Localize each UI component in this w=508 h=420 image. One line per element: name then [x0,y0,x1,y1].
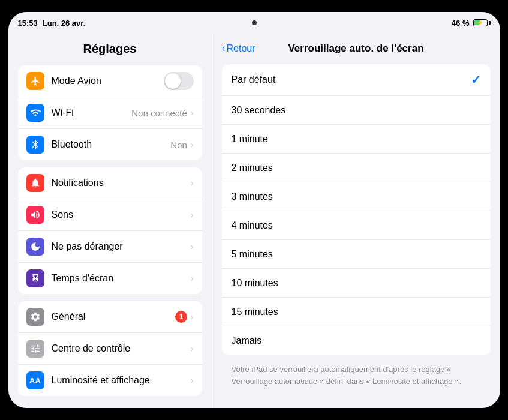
option-label: 4 minutes [232,220,481,231]
option-3-minutes[interactable]: 3 minutes [222,182,491,211]
options-group: Par défaut ✓ 30 secondes 1 minute 2 minu… [222,64,491,355]
temps-ecran-label: Temps d'écran [52,273,191,284]
notifications-label: Notifications [52,178,191,188]
option-2-minutes[interactable]: 2 minutes [222,154,491,182]
option-5-minutes[interactable]: 5 minutes [222,240,491,269]
sidebar-item-bluetooth[interactable]: Bluetooth Non › [18,129,202,160]
sidebar-item-temps-ecran[interactable]: Temps d'écran › [18,263,202,294]
panel-title: Verrouillage auto. de l'écran [258,43,455,55]
sons-chevron: › [191,210,194,220]
wifi-chevron: › [191,108,194,118]
notifications-icon [26,174,44,192]
temps-ecran-chevron: › [191,274,194,283]
option-10-minutes[interactable]: 10 minutes [222,269,491,298]
battery-icon: ⚡ [473,19,491,26]
sliders-icon [26,340,44,358]
bluetooth-value: Non [170,140,187,150]
front-camera [252,20,257,25]
sidebar-item-notifications[interactable]: Notifications › [18,167,202,199]
option-label: Par défaut [232,74,471,85]
panel-header: ‹ Retour Verrouillage auto. de l'écran [212,34,500,61]
general-label: Général [52,311,175,322]
option-1-minute[interactable]: 1 minute [222,125,491,154]
checkmark-icon: ✓ [471,73,481,87]
option-jamais[interactable]: Jamais [222,326,491,355]
mode-avion-toggle[interactable] [164,72,194,90]
luminosite-chevron: › [191,376,194,385]
device-frame: 15:53 Lun. 26 avr. 46 % ⚡ Réglages [8,12,500,408]
ne-pas-deranger-chevron: › [191,242,194,251]
settings-group-alerts: Notifications › Sons › [18,167,202,294]
option-label: 3 minutes [232,191,481,202]
toggle-knob [165,73,181,89]
general-chevron: › [191,312,194,322]
sons-icon [26,206,44,224]
sidebar-item-sons[interactable]: Sons › [18,199,202,231]
notifications-chevron: › [191,178,194,188]
battery-body: ⚡ [473,19,488,26]
option-label: 30 secondes [232,105,481,116]
right-panel: ‹ Retour Verrouillage auto. de l'écran P… [212,34,500,408]
sidebar-item-centre-controle[interactable]: Centre de contrôle › [18,333,202,365]
battery-percent: 46 % [452,19,470,28]
mode-avion-label: Mode Avion [52,76,164,86]
luminosite-icon: AA [26,371,44,389]
option-15-minutes[interactable]: 15 minutes [222,298,491,326]
luminosite-label: Luminosité et affichage [52,375,191,386]
sidebar: Réglages Mode Avion [8,34,212,408]
settings-group-connectivity: Mode Avion Wi-Fi Non connecté › [18,65,202,160]
option-label: 1 minute [232,134,481,145]
option-label: 5 minutes [232,249,481,260]
moon-icon [26,238,44,256]
settings-group-system: Général 1 › Centre de contrôle › [18,301,202,396]
centre-controle-label: Centre de contrôle [52,343,191,354]
back-chevron-icon: ‹ [222,42,226,55]
option-label: 2 minutes [232,163,481,173]
bluetooth-chevron: › [191,140,194,149]
time: 15:53 [18,19,38,28]
wifi-label: Wi-Fi [52,107,132,118]
status-bar-left: 15:53 Lun. 26 avr. [18,19,86,28]
back-label: Retour [227,43,255,54]
gear-icon [26,308,44,326]
sons-label: Sons [52,209,191,220]
option-30-secondes[interactable]: 30 secondes [222,96,491,125]
status-bar-right: 46 % ⚡ [452,19,491,28]
sidebar-item-wifi[interactable]: Wi-Fi Non connecté › [18,97,202,129]
hourglass-icon [26,269,44,287]
sidebar-item-mode-avion[interactable]: Mode Avion [18,65,202,97]
sidebar-item-ne-pas-deranger[interactable]: Ne pas déranger › [18,231,202,263]
wifi-value: Non connecté [131,108,187,118]
general-badge: 1 [175,311,187,323]
centre-controle-chevron: › [191,344,194,353]
ne-pas-deranger-label: Ne pas déranger [52,241,191,252]
info-text: Votre iPad se verrouillera automatiqueme… [232,364,481,387]
airplane-icon [26,72,44,90]
battery-tip [489,21,491,25]
main-content: Réglages Mode Avion [8,34,500,408]
option-par-defaut[interactable]: Par défaut ✓ [222,64,491,96]
sidebar-item-general[interactable]: Général 1 › [18,301,202,333]
sidebar-item-luminosite[interactable]: AA Luminosité et affichage › [18,365,202,396]
back-button[interactable]: ‹ Retour [222,42,255,55]
date: Lun. 26 avr. [43,19,86,28]
option-label: 10 minutes [232,278,481,289]
bluetooth-icon [26,136,44,154]
option-label: Jamais [232,335,481,346]
sidebar-title: Réglages [8,34,212,62]
option-label: 15 minutes [232,307,481,317]
option-4-minutes[interactable]: 4 minutes [222,211,491,240]
wifi-icon [26,104,44,122]
bluetooth-label: Bluetooth [52,139,171,150]
